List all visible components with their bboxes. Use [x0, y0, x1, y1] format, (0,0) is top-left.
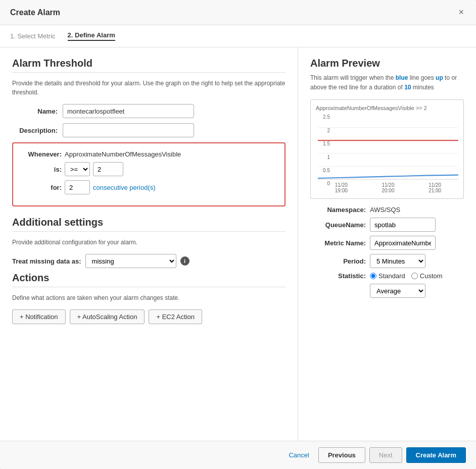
additional-settings-desc: Provide additional configuration for you…: [12, 238, 285, 247]
is-row: is: >= > <= <: [21, 162, 276, 176]
right-panel: Alarm Preview This alarm will trigger wh…: [298, 47, 476, 441]
modal-footer: Cancel Previous Next Create Alarm: [0, 441, 476, 469]
period-select[interactable]: 5 Minutes 1 Minute 15 Minutes: [370, 254, 425, 268]
ec2-button[interactable]: + EC2 Action: [149, 309, 202, 324]
name-label: Name:: [12, 108, 63, 115]
blue-text: blue: [396, 74, 408, 81]
additional-settings-title: Additional settings: [12, 217, 285, 228]
preview-title: Alarm Preview: [310, 58, 464, 69]
autoscaling-button[interactable]: + AutoScaling Action: [70, 309, 145, 324]
info-icon[interactable]: i: [180, 256, 189, 266]
treat-missing-label: Treat missing data as:: [12, 257, 81, 265]
previous-button[interactable]: Previous: [318, 447, 365, 463]
up-text: up: [436, 74, 443, 81]
statistic-standard-radio[interactable]: [370, 273, 376, 279]
for-row: for: consecutive period(s): [21, 180, 276, 194]
statistic-row: Statistic: Standard Custom: [310, 272, 464, 280]
close-button[interactable]: ×: [456, 7, 466, 18]
queue-name-label: QueueName:: [310, 221, 366, 229]
namespace-row: Namespace: AWS/SQS: [310, 206, 464, 214]
left-panel: Alarm Threshold Provide the details and …: [0, 47, 298, 441]
whenever-label: Whenever:: [21, 150, 62, 158]
statistic-radio-group: Standard Custom: [370, 272, 443, 280]
threshold-input[interactable]: [93, 162, 123, 176]
treat-missing-select[interactable]: missing ignore breaching notBreaching: [85, 254, 176, 268]
modal-header: Create Alarm ×: [0, 0, 476, 25]
actions-title: Actions: [12, 272, 285, 284]
statistic-standard-label[interactable]: Standard: [370, 272, 405, 280]
chart-x-labels: 11/2019:00 11/2020:00 11/2021:00: [318, 182, 458, 193]
cancel-button[interactable]: Cancel: [283, 448, 314, 462]
operator-select[interactable]: >= > <= <: [65, 162, 90, 176]
threshold-box: Whenever: ApproximateNumberOfMessagesVis…: [12, 142, 285, 206]
notification-button[interactable]: + Notification: [12, 309, 66, 324]
y-axis-labels: 2.5 2 1.5 1 0.5 0: [316, 114, 330, 186]
chart-container: ApproximateNumberOfMessagesVisible >= 2 …: [310, 99, 464, 199]
modal-title: Create Alarm: [10, 8, 60, 17]
is-label: is:: [21, 166, 62, 173]
actions-desc: Define what actions are taken when your …: [12, 293, 285, 302]
statistic-avg-select[interactable]: Average Sum Minimum Maximum: [370, 284, 425, 298]
alarm-threshold-title: Alarm Threshold: [12, 58, 285, 69]
consecutive-text: consecutive period(s): [93, 184, 156, 191]
modal-body: Alarm Threshold Provide the details and …: [0, 47, 476, 441]
action-buttons: + Notification + AutoScaling Action + EC…: [12, 309, 285, 324]
namespace-label: Namespace:: [310, 206, 366, 214]
name-input[interactable]: [63, 104, 194, 118]
name-row: Name:: [12, 104, 285, 118]
treat-missing-row: Treat missing data as: missing ignore br…: [12, 254, 285, 268]
additional-settings-section: Additional settings Provide additional c…: [12, 217, 285, 268]
statistic-custom-radio[interactable]: [411, 273, 418, 279]
statistic-custom-label[interactable]: Custom: [411, 272, 443, 280]
create-alarm-button[interactable]: Create Alarm: [406, 447, 466, 463]
preview-desc: This alarm will trigger when the blue li…: [310, 73, 464, 92]
create-alarm-modal: Create Alarm × 1. Select Metric 2. Defin…: [0, 0, 476, 469]
step-2[interactable]: 2. Define Alarm: [68, 31, 115, 41]
period-label: Period:: [310, 257, 366, 265]
chart-label: ApproximateNumberOfMessagesVisible >= 2: [316, 105, 458, 111]
whenever-value: ApproximateNumberOfMessagesVisible: [65, 150, 181, 158]
queue-name-row: QueueName:: [310, 218, 464, 232]
chart-svg: [318, 114, 458, 180]
alarm-threshold-section: Alarm Threshold Provide the details and …: [12, 58, 285, 206]
period-row: Period: 5 Minutes 1 Minute 15 Minutes: [310, 254, 464, 268]
statistic-label: Statistic:: [310, 272, 366, 280]
alarm-threshold-desc: Provide the details and threshold for yo…: [12, 79, 285, 97]
for-label: for:: [21, 184, 62, 191]
statistic-custom-text: Custom: [420, 272, 443, 280]
metric-name-input[interactable]: [370, 236, 436, 250]
statistic-select-row: Average Sum Minimum Maximum: [370, 284, 464, 298]
description-input[interactable]: [63, 123, 194, 137]
metric-name-label: Metric Name:: [310, 239, 366, 247]
step-1[interactable]: 1. Select Metric: [10, 32, 56, 40]
namespace-value: AWS/SQS: [370, 206, 400, 214]
next-button[interactable]: Next: [369, 447, 402, 463]
queue-name-input[interactable]: [370, 218, 436, 232]
actions-section: Actions Define what actions are taken wh…: [12, 272, 285, 324]
for-input[interactable]: [65, 180, 90, 194]
statistic-standard-text: Standard: [378, 272, 405, 280]
description-label: Description:: [12, 127, 63, 134]
steps-bar: 1. Select Metric 2. Define Alarm: [0, 25, 476, 47]
description-row: Description:: [12, 123, 285, 137]
whenever-row: Whenever: ApproximateNumberOfMessagesVis…: [21, 150, 276, 158]
duration-highlight: 10: [404, 84, 411, 91]
metric-name-row: Metric Name:: [310, 236, 464, 250]
